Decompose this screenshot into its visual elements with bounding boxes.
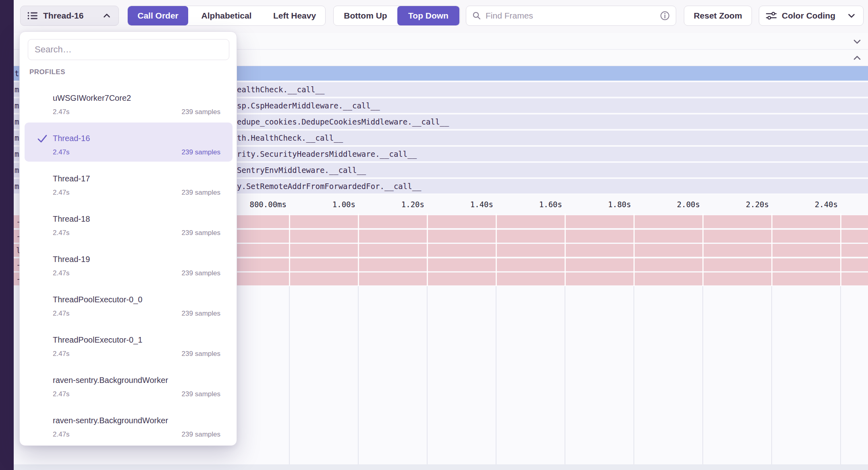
frame-text-fragment: m [15,133,19,142]
minimap-footer-band [14,464,868,470]
gridline [702,214,704,286]
profile-item-duration: 2.47s [53,430,70,439]
search-icon [472,11,482,21]
profile-item-samples: 239 samples [182,269,220,277]
direction-segmented-control: Bottom UpTop Down [333,6,460,26]
gridline [496,214,497,286]
profile-item-name: Thread-19 [53,255,90,264]
gridline [771,214,772,286]
dropdown-search-input[interactable] [35,44,222,55]
profile-item[interactable]: Thread-162.47s239 samples [25,123,233,162]
profile-item[interactable]: raven-sentry.BackgroundWorker2.47s239 sa… [25,364,233,403]
profiles-section-label: PROFILES [29,68,65,76]
sort-option-alphabetical[interactable]: Alphabetical [188,6,265,25]
chevron-up-icon [102,10,112,21]
gridline [358,214,359,286]
profile-item[interactable]: ThreadPoolExecutor-0_02.47s239 samples [25,284,233,323]
reset-zoom-label: Reset Zoom [694,11,742,21]
axis-tick-label: 1.80s [567,200,631,209]
chevron-down-icon [846,10,857,21]
gridline [427,286,428,464]
frame-text-fragment: m [15,101,19,110]
thread-selector-button[interactable]: Thread-16 [20,6,119,26]
frame-label: y.SetRemoteAddrFromForwardedFor.__call__ [237,182,422,191]
profile-item-duration: 2.47s [53,350,70,358]
profile-item-samples: 239 samples [182,310,220,318]
info-icon[interactable] [660,10,670,21]
color-coding-label: Color Coding [782,11,835,21]
profile-item-samples: 239 samples [182,108,220,116]
frame-label: SentryEnvMiddleware.__call__ [237,166,366,175]
direction-option-top-down[interactable]: Top Down [397,6,459,25]
sort-mode-segmented-control: Call OrderAlphabeticalLeft Heavy [127,6,326,26]
profile-item-duration: 2.47s [53,229,70,237]
frame-text-fragment: t [15,69,19,78]
profile-item[interactable]: raven-sentry.BackgroundWorker2.47s239 sa… [25,405,233,444]
frame-text-fragment: m [15,117,19,126]
profile-item[interactable]: ThreadPoolExecutor-0_12.47s239 samples [25,324,233,363]
gridline [771,286,772,464]
profile-item-samples: 239 samples [182,350,220,358]
gridline [496,286,496,464]
profile-item-duration: 2.47s [53,390,70,398]
profile-item-duration: 2.47s [53,148,70,156]
frame-label: th.HealthCheck.__call__ [237,133,343,142]
gridline [633,214,635,286]
profile-item-name: uWSGIWorker7Core2 [53,94,131,103]
gridline [358,286,359,464]
frame-text-fragment: m [15,85,19,94]
profile-item-name: raven-sentry.BackgroundWorker [53,416,168,425]
profile-item[interactable]: Thread-172.47s239 samples [25,163,233,202]
profile-item-name: raven-sentry.BackgroundWorker [53,376,168,385]
gridline [840,214,841,286]
profile-item-samples: 239 samples [182,229,220,237]
reset-zoom-button[interactable]: Reset Zoom [684,6,752,26]
dropdown-search-field[interactable] [28,39,229,60]
find-frames-search[interactable] [466,6,676,26]
profile-item-duration: 2.47s [53,189,70,197]
gridline [289,286,290,464]
chevron-down-icon[interactable] [852,36,862,47]
axis-tick-label: 1.40s [429,200,493,209]
axis-tick-label: 1.00s [291,200,355,209]
profile-item-duration: 2.47s [53,310,70,318]
gridline [289,214,290,286]
sort-option-call-order[interactable]: Call Order [128,6,188,25]
sliders-icon [766,10,777,21]
direction-option-bottom-up[interactable]: Bottom Up [334,6,397,25]
profiler-screen: t mealthCheck.__call__msp.CspHeaderMiddl… [0,0,868,470]
profile-item-name: ThreadPoolExecutor-0_0 [53,295,142,304]
find-frames-input[interactable] [486,11,656,21]
axis-tick-label: 2.00s [635,200,700,209]
profile-item-samples: 239 samples [182,148,220,156]
profile-item[interactable]: Thread-192.47s239 samples [25,243,233,283]
frame-label: rity.SecurityHeadersMiddleware.__call__ [237,150,417,158]
profile-item-name: Thread-18 [53,214,90,224]
frame-label: sp.CspHeaderMiddleware.__call__ [237,101,380,110]
chevron-up-icon[interactable] [852,53,862,63]
profile-item-name: Thread-17 [53,174,90,183]
app-sidebar-strip [0,0,14,470]
axis-tick-label: 1.60s [498,200,562,209]
axis-tick-label: 2.20s [704,200,769,209]
frame-label: edupe_cookies.DedupeCookiesMiddleware.__… [237,117,449,126]
thread-selector-label: Thread-16 [43,11,83,21]
profile-item[interactable]: uWSGIWorker7Core22.47s239 samples [25,82,233,121]
profile-selector-dropdown: PROFILES uWSGIWorker7Core22.47s239 sampl… [19,31,237,446]
profile-item-samples: 239 samples [182,189,220,197]
gridline [565,286,565,464]
sort-option-left-heavy[interactable]: Left Heavy [265,6,324,25]
gridline [840,286,841,464]
frame-text-fragment: m [15,166,19,175]
profile-item-duration: 2.47s [53,269,70,277]
gridline [427,214,428,286]
frame-text-fragment: m [15,182,19,191]
gridline [702,286,703,464]
frame-text-fragment: m [15,150,19,158]
gridline [633,286,634,464]
profile-item-duration: 2.47s [53,108,70,116]
axis-tick-label: 1.20s [360,200,424,209]
thread-list-icon [27,10,38,21]
color-coding-button[interactable]: Color Coding [759,6,864,26]
profile-item[interactable]: Thread-182.47s239 samples [25,203,233,242]
